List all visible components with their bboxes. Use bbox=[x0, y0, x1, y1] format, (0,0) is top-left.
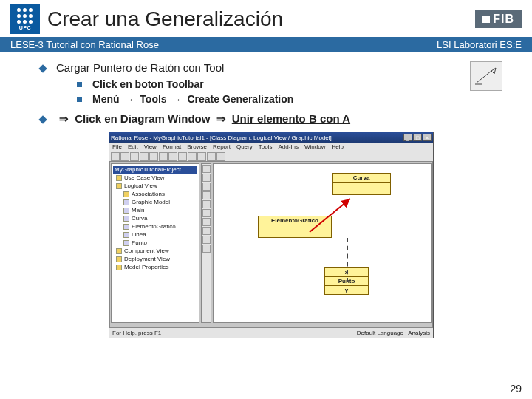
tool-button[interactable] bbox=[202, 227, 211, 235]
minimize-button[interactable]: _ bbox=[403, 134, 412, 141]
sub-bullet-1: Click en boton Toolbar bbox=[77, 78, 448, 90]
tree-item[interactable]: Linea bbox=[113, 231, 197, 239]
rose-diagram-toolbar[interactable] bbox=[201, 163, 211, 323]
folder-icon bbox=[123, 191, 129, 197]
fib-logo: FIB bbox=[475, 10, 522, 28]
tree-item[interactable]: Component View bbox=[113, 247, 197, 255]
rose-menubar[interactable]: FileEditViewFormatBrowseReportQueryTools… bbox=[109, 143, 433, 151]
uml-class-a-name: Curva bbox=[332, 174, 390, 183]
tool-button[interactable] bbox=[202, 236, 211, 244]
menu-item-help[interactable]: Help bbox=[331, 143, 343, 150]
tool-button[interactable] bbox=[202, 245, 211, 253]
uml-class-b[interactable]: ElementoGrafico bbox=[258, 216, 332, 238]
menu-item-add-ins[interactable]: Add-Ins bbox=[278, 143, 299, 150]
menu-item-edit[interactable]: Edit bbox=[128, 143, 138, 150]
toolbar-button[interactable] bbox=[140, 152, 149, 161]
class-icon bbox=[123, 240, 129, 246]
sub-bullet-2: Menú → Tools → Create Generalization bbox=[77, 93, 448, 105]
slide-content: Cargar Puntero de Ratón con Tool Click e… bbox=[0, 52, 532, 338]
tool-button[interactable] bbox=[202, 218, 211, 226]
tree-item[interactable]: Use Case View bbox=[113, 174, 197, 182]
maximize-button[interactable]: □ bbox=[413, 134, 422, 141]
toolbar-button[interactable] bbox=[216, 152, 225, 161]
tool-button[interactable] bbox=[202, 183, 211, 191]
tree-item[interactable]: Punto bbox=[113, 239, 197, 247]
diamond-bullet-icon bbox=[38, 115, 47, 123]
toolbar-button[interactable] bbox=[197, 152, 206, 161]
menu-item-browse[interactable]: Browse bbox=[187, 143, 207, 150]
bar-right: LSI Laboratori ES:E bbox=[437, 39, 522, 50]
tree-item-label: Main bbox=[132, 207, 144, 214]
square-bullet-icon bbox=[77, 82, 82, 87]
tree-item[interactable]: Curva bbox=[113, 214, 197, 222]
menu-item-format[interactable]: Format bbox=[163, 143, 181, 150]
tool-button[interactable] bbox=[202, 191, 211, 200]
folder-icon bbox=[116, 256, 122, 262]
svg-line-0 bbox=[477, 71, 491, 83]
tree-item[interactable]: ElementoGrafico bbox=[113, 222, 197, 231]
toolbar-button[interactable] bbox=[159, 152, 168, 161]
tree-item[interactable]: Main bbox=[113, 206, 197, 214]
menu-item-view[interactable]: View bbox=[144, 143, 157, 150]
generalization-tool-icon bbox=[470, 61, 502, 91]
tree-item[interactable]: Model Properties bbox=[113, 263, 197, 271]
tree-item[interactable]: Graphic Model bbox=[113, 198, 197, 206]
toolbar-button[interactable] bbox=[168, 152, 177, 161]
rose-titlebar: Rational Rose - MyGraphicTutorial1 - [Cl… bbox=[109, 132, 433, 143]
page-number: 29 bbox=[510, 383, 522, 395]
bullet-row-1: Cargar Puntero de Ratón con Tool Click e… bbox=[40, 61, 502, 108]
tool-button[interactable] bbox=[202, 174, 211, 182]
tree-item-label: Model Properties bbox=[124, 264, 168, 270]
menu-item-window[interactable]: Window bbox=[304, 143, 325, 150]
tree-item[interactable]: Logical View bbox=[113, 182, 197, 190]
menu-item-tools[interactable]: Tools bbox=[259, 143, 273, 150]
class-icon bbox=[123, 232, 129, 238]
tree-item[interactable]: Associations bbox=[113, 190, 197, 198]
tree-item-label: Punto bbox=[132, 239, 147, 246]
diamond-bullet-icon bbox=[38, 64, 47, 72]
close-button[interactable]: × bbox=[423, 134, 432, 141]
menu-item-report[interactable]: Report bbox=[213, 143, 231, 150]
slide-header: UPC Crear una Generalización FIB bbox=[0, 0, 532, 37]
svg-marker-1 bbox=[491, 68, 496, 74]
toolbar-button[interactable] bbox=[149, 152, 158, 161]
square-bullet-icon bbox=[77, 97, 82, 102]
upc-logo: UPC bbox=[10, 4, 40, 34]
class-icon bbox=[123, 216, 129, 222]
window-controls: _ □ × bbox=[403, 134, 432, 141]
toolbar-button[interactable] bbox=[111, 152, 120, 161]
dashed-connector-icon bbox=[347, 238, 348, 282]
tree-item-label: Logical View bbox=[124, 183, 157, 189]
toolbar-button[interactable] bbox=[120, 152, 129, 161]
toolbar-button[interactable] bbox=[188, 152, 197, 161]
tool-button[interactable] bbox=[202, 200, 211, 208]
menu-item-file[interactable]: File bbox=[112, 143, 122, 150]
rose-body: MyGraphicTutorialProject Use Case ViewLo… bbox=[109, 162, 433, 324]
tree-item-label: Component View bbox=[124, 248, 169, 254]
toolbar-button[interactable] bbox=[130, 152, 139, 161]
rose-status-bar: For Help, press F1 Default Language : An… bbox=[109, 327, 433, 338]
uml-class-a[interactable]: Curva bbox=[332, 173, 391, 195]
toolbar-button[interactable] bbox=[178, 152, 187, 161]
uml-class-b-name: ElementoGrafico bbox=[259, 216, 331, 225]
slide-title: Crear una Generalización bbox=[47, 7, 283, 31]
tree-root[interactable]: MyGraphicTutorialProject bbox=[113, 166, 197, 174]
tool-button[interactable] bbox=[202, 209, 211, 217]
folder-icon bbox=[116, 248, 122, 254]
menu-path-root: Menú bbox=[92, 93, 120, 105]
tree-item[interactable]: Deployment View bbox=[113, 255, 197, 263]
sub-bullet-2-path: Menú → Tools → Create Generalization bbox=[92, 93, 293, 105]
rose-browser-tree[interactable]: MyGraphicTutorialProject Use Case ViewLo… bbox=[111, 163, 200, 323]
implies-icon: ⇒ bbox=[59, 112, 69, 125]
rose-diagram-canvas[interactable]: Curva ElementoGrafico x Punto y bbox=[213, 163, 432, 323]
arrow-right-icon: → bbox=[125, 95, 134, 105]
tool-button[interactable] bbox=[202, 165, 211, 173]
main-bullet-1-text: Cargar Puntero de Ratón con Tool bbox=[56, 61, 224, 74]
rose-toolbar[interactable] bbox=[109, 151, 433, 162]
rose-window-title: Rational Rose - MyGraphicTutorial1 - [Cl… bbox=[111, 134, 332, 141]
main-bullet-2-pre: Click en Diagram Window bbox=[75, 112, 210, 125]
toolbar-button[interactable] bbox=[207, 152, 216, 161]
upc-dots-icon bbox=[17, 8, 33, 24]
folder-icon bbox=[116, 183, 122, 189]
menu-item-query[interactable]: Query bbox=[236, 143, 253, 150]
